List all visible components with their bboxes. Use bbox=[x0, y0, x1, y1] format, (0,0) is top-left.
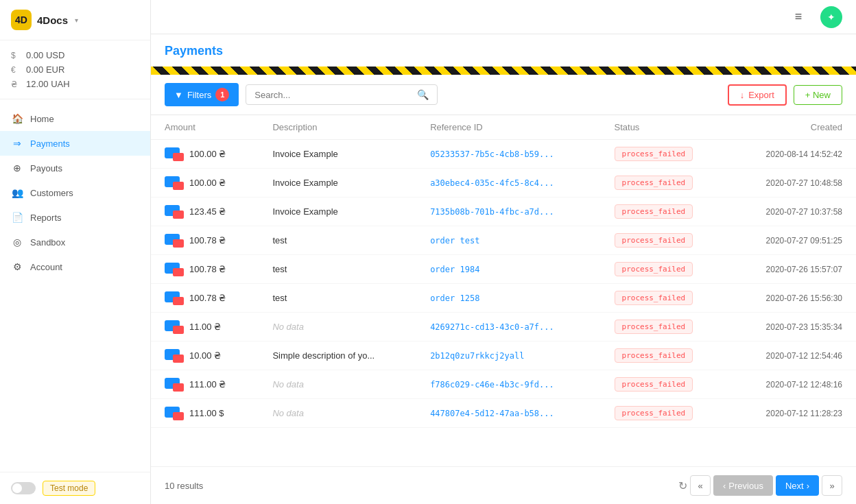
export-button[interactable]: ↓ Export bbox=[728, 84, 787, 106]
table-header-row: Amount Description Reference ID Status C… bbox=[151, 115, 856, 140]
cell-amount: 111.00 $ bbox=[151, 399, 259, 428]
balance-eur: € 0.00 EUR bbox=[11, 64, 139, 75]
sidebar-item-label: Account bbox=[30, 262, 62, 272]
sidebar-header[interactable]: 4D 4Docs ▾ bbox=[0, 0, 150, 40]
cell-reference-id: 7135b08b-701b-4fbc-a7d... bbox=[416, 197, 600, 226]
reports-icon: 📄 bbox=[11, 211, 23, 224]
search-box[interactable]: 🔍 bbox=[246, 84, 438, 105]
sidebar-item-reports[interactable]: 📄 Reports bbox=[0, 205, 150, 230]
filter-count-badge: 1 bbox=[215, 88, 229, 101]
description-value: Invoice Example bbox=[272, 206, 337, 217]
cell-amount: 10.00 ₴ bbox=[151, 341, 259, 370]
dollar-icon: $ bbox=[11, 51, 21, 60]
cell-reference-id: 4269271c-cd13-43c0-a7f... bbox=[416, 313, 600, 341]
payment-card-icon bbox=[165, 176, 184, 190]
status-badge: process_failed bbox=[615, 262, 693, 276]
payment-card-icon bbox=[165, 205, 184, 219]
customers-icon: 👥 bbox=[11, 187, 23, 199]
cell-description: test bbox=[259, 255, 416, 284]
cell-reference-id: 447807e4-5d12-47aa-b58... bbox=[416, 399, 600, 428]
payments-table: Amount Description Reference ID Status C… bbox=[151, 115, 856, 428]
payment-card-icon bbox=[165, 291, 184, 305]
sidebar-item-label: Payments bbox=[30, 139, 70, 149]
content-area: Payments ▼ Filters 1 🔍 ↓ Export + New bbox=[151, 34, 856, 504]
cell-created: 2020-08-14 14:52:42 bbox=[730, 140, 856, 169]
sidebar: 4D 4Docs ▾ $ 0.00 USD € 0.00 EUR ₴ 12.00… bbox=[0, 0, 151, 504]
sidebar-item-home[interactable]: 🏠 Home bbox=[0, 106, 150, 131]
status-badge: process_failed bbox=[615, 291, 693, 305]
euro-icon: € bbox=[11, 65, 21, 75]
created-value: 2020-07-12 12:48:16 bbox=[766, 380, 842, 389]
no-data-label: No data bbox=[272, 408, 304, 418]
amount-value: 11.00 ₴ bbox=[189, 322, 221, 332]
sandbox-icon: ◎ bbox=[11, 236, 23, 248]
amount-value: 100.78 ₴ bbox=[189, 293, 226, 303]
description-value: test bbox=[272, 264, 287, 274]
last-page-button[interactable]: » bbox=[822, 475, 842, 496]
profile-icon[interactable]: ✦ bbox=[820, 6, 842, 28]
cell-created: 2020-07-27 09:51:25 bbox=[730, 226, 856, 255]
description-value: test bbox=[272, 235, 287, 245]
cell-reference-id: 05233537-7b5c-4cb8-b59... bbox=[416, 140, 600, 169]
app-name: 4Docs bbox=[37, 14, 68, 26]
table-body: 100.00 ₴ Invoice Example05233537-7b5c-4c… bbox=[151, 140, 856, 428]
topbar-icons: ≡ ✦ bbox=[787, 6, 842, 28]
balance-eur-value: 0.00 EUR bbox=[26, 64, 64, 75]
previous-page-button[interactable]: ‹ Previous bbox=[713, 475, 773, 496]
sidebar-item-payments[interactable]: ⇒ Payments bbox=[0, 131, 150, 156]
table-row[interactable]: 100.78 ₴ testorder 1258process_failed202… bbox=[151, 284, 856, 313]
cell-created: 2020-07-27 10:37:58 bbox=[730, 197, 856, 226]
status-badge: process_failed bbox=[615, 204, 693, 219]
payment-card-icon bbox=[165, 407, 184, 420]
cell-amount: 100.78 ₴ bbox=[151, 226, 259, 255]
col-amount: Amount bbox=[151, 115, 259, 140]
cell-amount: 123.45 ₴ bbox=[151, 197, 259, 226]
sidebar-item-label: Payouts bbox=[30, 163, 62, 173]
reference-id-value: 05233537-7b5c-4cb8-b59... bbox=[430, 149, 554, 159]
status-badge: process_failed bbox=[615, 320, 693, 334]
sidebar-item-payouts[interactable]: ⊕ Payouts bbox=[0, 156, 150, 180]
table-row[interactable]: 100.78 ₴ testorder 1984process_failed202… bbox=[151, 255, 856, 284]
search-input[interactable] bbox=[254, 90, 412, 100]
first-page-button[interactable]: « bbox=[690, 475, 711, 496]
new-label: + New bbox=[805, 90, 831, 100]
sidebar-item-sandbox[interactable]: ◎ Sandbox bbox=[0, 230, 150, 254]
status-badge: process_failed bbox=[615, 233, 693, 248]
menu-icon[interactable]: ≡ bbox=[787, 6, 809, 28]
created-value: 2020-07-26 15:57:07 bbox=[766, 265, 842, 274]
payments-table-container: Amount Description Reference ID Status C… bbox=[151, 115, 856, 466]
cell-reference-id: 2b12q0zu7rkkcj2yall bbox=[416, 341, 600, 370]
filters-button[interactable]: ▼ Filters 1 bbox=[165, 83, 239, 106]
next-page-button[interactable]: Next › bbox=[776, 475, 819, 496]
cell-created: 2020-07-27 10:48:58 bbox=[730, 169, 856, 197]
reference-id-value: 7135b08b-701b-4fbc-a7d... bbox=[430, 207, 554, 217]
balances-section: $ 0.00 USD € 0.00 EUR ₴ 12.00 UAH bbox=[0, 40, 150, 99]
test-mode-toggle[interactable]: Test mode bbox=[11, 481, 139, 496]
next-chevron-icon: › bbox=[807, 481, 809, 491]
table-row[interactable]: 100.78 ₴ testorder testprocess_failed202… bbox=[151, 226, 856, 255]
cell-description: No data bbox=[259, 399, 416, 428]
main-nav: 🏠 Home ⇒ Payments ⊕ Payouts 👥 Customers … bbox=[0, 99, 150, 472]
sidebar-item-account[interactable]: ⚙ Account bbox=[0, 254, 150, 279]
cell-status: process_failed bbox=[601, 169, 730, 197]
table-row[interactable]: 111.00 ₴ No dataf786c029-c46e-4b3c-9fd..… bbox=[151, 370, 856, 399]
table-row[interactable]: 111.00 $ No data447807e4-5d12-47aa-b58..… bbox=[151, 399, 856, 428]
reference-id-value: f786c029-c46e-4b3c-9fd... bbox=[430, 380, 554, 389]
description-value: Invoice Example bbox=[272, 149, 337, 159]
cell-description: No data bbox=[259, 370, 416, 399]
new-button[interactable]: + New bbox=[794, 85, 842, 105]
table-row[interactable]: 100.00 ₴ Invoice Examplea30ebec4-035c-4f… bbox=[151, 169, 856, 197]
table-row[interactable]: 11.00 ₴ No data4269271c-cd13-43c0-a7f...… bbox=[151, 313, 856, 341]
toggle-switch[interactable] bbox=[11, 482, 36, 494]
sidebar-item-customers[interactable]: 👥 Customers bbox=[0, 180, 150, 205]
description-value: Invoice Example bbox=[272, 178, 337, 188]
col-description: Description bbox=[259, 115, 416, 140]
cell-created: 2020-07-26 15:56:30 bbox=[730, 284, 856, 313]
refresh-icon[interactable]: ↻ bbox=[678, 479, 687, 492]
cell-created: 2020-07-26 15:57:07 bbox=[730, 255, 856, 284]
cell-status: process_failed bbox=[601, 313, 730, 341]
table-row[interactable]: 10.00 ₴ Simple description of yo...2b12q… bbox=[151, 341, 856, 370]
prev-chevron-icon: ‹ bbox=[723, 481, 726, 491]
table-row[interactable]: 123.45 ₴ Invoice Example7135b08b-701b-4f… bbox=[151, 197, 856, 226]
table-row[interactable]: 100.00 ₴ Invoice Example05233537-7b5c-4c… bbox=[151, 140, 856, 169]
